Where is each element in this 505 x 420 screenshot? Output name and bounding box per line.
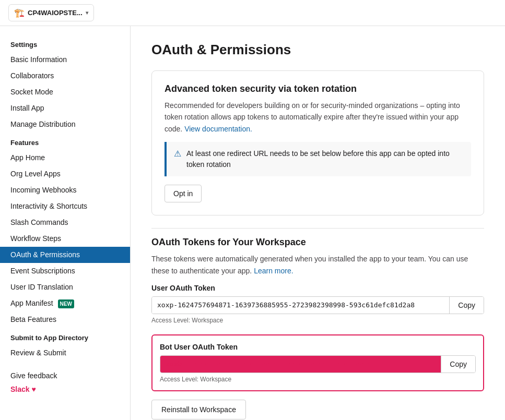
user-token-input-row: Copy [151, 296, 484, 314]
chevron-down-icon: ▾ [86, 10, 88, 16]
oauth-tokens-title: OAuth Tokens for Your Workspace [151, 237, 484, 248]
settings-section-header: Settings [0, 34, 130, 52]
sidebar-footer: Give feedback Slack ♥ [0, 361, 130, 399]
page-title: OAuth & Permissions [151, 42, 484, 58]
user-token-input[interactable] [152, 297, 449, 314]
redirect-url-alert: ⚠ At least one redirect URL needs to be … [165, 142, 471, 176]
sidebar-item-workflow-steps[interactable]: Workflow Steps [0, 231, 130, 247]
bot-token-input-row: Copy [160, 355, 476, 373]
oauth-tokens-desc: These tokens were automatically generate… [151, 253, 484, 277]
advanced-token-title: Advanced token security via token rotati… [165, 83, 471, 94]
sidebar-item-event-subscriptions[interactable]: Event Subscriptions [0, 263, 130, 279]
bot-token-label: Bot User OAuth Token [160, 343, 476, 351]
view-documentation-link[interactable]: View documentation. [184, 125, 252, 133]
sidebar-item-basic-information[interactable]: Basic Information [0, 52, 130, 68]
features-section-header: Features [0, 133, 130, 150]
main-content: OAuth & Permissions Advanced token secur… [131, 26, 505, 420]
feedback-link[interactable]: Give feedback [10, 371, 120, 380]
sidebar: Settings Basic Information Collaborators… [0, 26, 131, 420]
workspace-name: CP4WAIOPSTE... [28, 9, 83, 17]
sidebar-item-app-home[interactable]: App Home [0, 150, 130, 166]
user-token-copy-button[interactable]: Copy [449, 297, 484, 314]
sidebar-item-oauth-permissions[interactable]: OAuth & Permissions [0, 247, 130, 263]
sidebar-item-slash-commands[interactable]: Slash Commands [0, 214, 130, 231]
oauth-tokens-section: OAuth Tokens for Your Workspace These to… [151, 237, 484, 419]
sidebar-item-review-submit[interactable]: Review & Submit [0, 345, 130, 361]
top-bar: 🏗️ CP4WAIOPSTE... ▾ [0, 0, 505, 26]
sidebar-item-incoming-webhooks[interactable]: Incoming Webhooks [0, 182, 130, 198]
reinstall-button[interactable]: Reinstall to Workspace [151, 400, 246, 419]
page-layout: Settings Basic Information Collaborators… [0, 26, 505, 420]
section-divider [151, 228, 484, 229]
bot-token-access-level: Access Level: Workspace [160, 376, 476, 383]
bot-token-input[interactable] [160, 356, 441, 373]
sidebar-item-collaborators[interactable]: Collaborators [0, 68, 130, 84]
user-token-section: User OAuth Token Copy Access Level: Work… [151, 284, 484, 324]
slack-logo[interactable]: Slack ♥ [10, 385, 36, 393]
user-token-label: User OAuth Token [151, 284, 484, 292]
sidebar-item-manage-distribution[interactable]: Manage Distribution [0, 116, 130, 133]
alert-message: At least one redirect URL needs to be se… [186, 148, 464, 170]
sidebar-item-user-id-translation[interactable]: User ID Translation [0, 279, 130, 295]
sidebar-item-app-manifest[interactable]: App Manifest NEW [0, 295, 130, 311]
sidebar-item-interactivity-shortcuts[interactable]: Interactivity & Shortcuts [0, 198, 130, 214]
sidebar-item-install-app[interactable]: Install App [0, 100, 130, 116]
submit-section-header: Submit to App Directory [0, 328, 130, 345]
sidebar-item-socket-mode[interactable]: Socket Mode [0, 84, 130, 100]
advanced-token-desc: Recommended for developers building on o… [165, 100, 471, 135]
advanced-token-section: Advanced token security via token rotati… [151, 70, 484, 215]
bot-token-box: Bot User OAuth Token Copy Access Level: … [151, 334, 484, 391]
workspace-selector[interactable]: 🏗️ CP4WAIOPSTE... ▾ [8, 4, 94, 21]
learn-more-link[interactable]: Learn more. [254, 267, 293, 275]
warning-icon: ⚠ [174, 149, 181, 159]
sidebar-item-beta-features[interactable]: Beta Features [0, 311, 130, 328]
opt-in-button[interactable]: Opt in [165, 185, 202, 202]
workspace-emoji-icon: 🏗️ [14, 8, 25, 18]
new-badge: NEW [58, 299, 74, 308]
user-token-access-level: Access Level: Workspace [151, 317, 484, 324]
sidebar-item-org-level-apps[interactable]: Org Level Apps [0, 166, 130, 182]
bot-token-copy-button[interactable]: Copy [441, 356, 475, 373]
